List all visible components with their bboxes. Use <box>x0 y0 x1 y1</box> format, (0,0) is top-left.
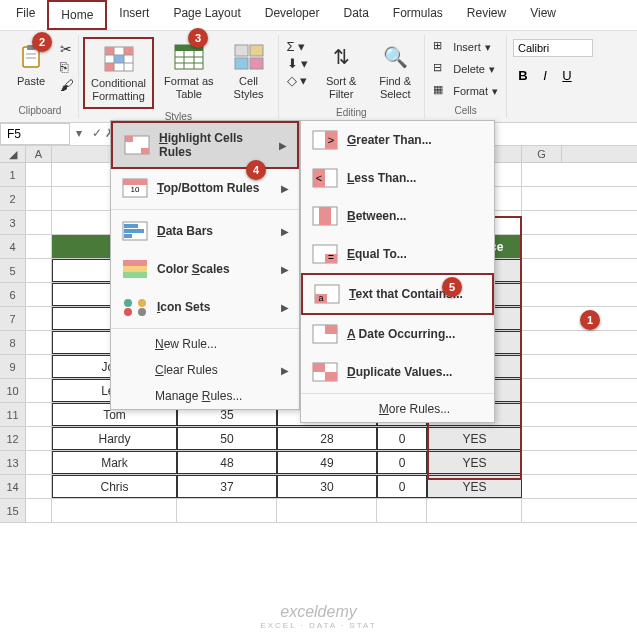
insert-cells-button[interactable]: ⊞Insert ▾ <box>429 37 502 57</box>
text-contains-icon: a <box>313 283 341 305</box>
svg-rect-55 <box>325 325 337 334</box>
badge-3: 3 <box>188 28 208 48</box>
svg-text:a: a <box>318 293 323 303</box>
menu-icon-sets[interactable]: Icon Sets ▶ <box>111 288 299 326</box>
ribbon-toolbar: Paste ✂ ⎘ 🖌 Clipboard Conditional Format… <box>0 31 637 123</box>
menu-text-contains[interactable]: a Text that Contains... <box>301 273 494 315</box>
tab-file[interactable]: File <box>4 0 47 30</box>
table-row: 14Chris37300YES <box>0 475 637 499</box>
table-row: 13Mark48490YES <box>0 451 637 475</box>
svg-rect-20 <box>250 45 263 56</box>
menu-top-bottom[interactable]: 10 Top/Bottom Rules ▶ <box>111 169 299 207</box>
svg-rect-47 <box>319 207 331 225</box>
menu-new-rule[interactable]: New Rule... <box>111 331 299 357</box>
tab-home[interactable]: Home <box>47 0 107 30</box>
svg-rect-33 <box>123 260 147 266</box>
tab-data[interactable]: Data <box>331 0 380 30</box>
cut-icon[interactable]: ✂ <box>60 41 74 57</box>
sort-filter-button[interactable]: ⇅ Sort & Filter <box>316 37 366 105</box>
svg-rect-30 <box>124 224 138 228</box>
format-cells-button[interactable]: ▦Format ▾ <box>429 81 502 101</box>
menu-equal-to[interactable]: = Equal To... <box>301 235 494 273</box>
col-G[interactable]: G <box>522 146 562 162</box>
svg-rect-25 <box>141 148 149 154</box>
menu-greater-than[interactable]: > Greater Than... <box>301 121 494 159</box>
table-row: 12Hardy50280YES <box>0 427 637 451</box>
svg-rect-35 <box>123 272 147 278</box>
chevron-right-icon: ▶ <box>281 365 289 376</box>
date-icon <box>311 323 339 345</box>
svg-text:=: = <box>328 252 334 263</box>
colorscales-icon <box>121 258 149 280</box>
svg-point-36 <box>124 299 132 307</box>
badge-4: 4 <box>246 160 266 180</box>
conditional-formatting-button[interactable]: Conditional Formatting <box>83 37 154 109</box>
between-icon <box>311 205 339 227</box>
tab-pagelayout[interactable]: Page Layout <box>161 0 252 30</box>
find-icon: 🔍 <box>379 41 411 73</box>
menu-color-scales[interactable]: Color Scales ▶ <box>111 250 299 288</box>
menu-clear-rules[interactable]: Clear Rules▶ <box>111 357 299 383</box>
group-editing: Σ ▾ ⬇ ▾ ◇ ▾ ⇅ Sort & Filter 🔍 Find & Sel… <box>279 35 426 118</box>
format-painter-icon[interactable]: 🖌 <box>60 77 74 93</box>
chevron-right-icon: ▶ <box>281 264 289 275</box>
table-row: 15 <box>0 499 637 523</box>
chevron-right-icon: ▶ <box>281 302 289 313</box>
tab-review[interactable]: Review <box>455 0 518 30</box>
iconsets-icon <box>121 296 149 318</box>
menu-date-occurring[interactable]: A Date Occurring... <box>301 315 494 353</box>
chevron-right-icon: ▶ <box>281 183 289 194</box>
less-than-icon: < <box>311 167 339 189</box>
format-as-table-button[interactable]: Format as Table <box>158 37 220 105</box>
copy-icon[interactable]: ⎘ <box>60 59 74 75</box>
svg-rect-7 <box>114 55 124 63</box>
svg-point-37 <box>138 299 146 307</box>
menu-between[interactable]: Between... <box>301 197 494 235</box>
fill-icon[interactable]: ⬇ ▾ <box>287 56 309 71</box>
svg-rect-21 <box>235 58 248 69</box>
group-styles: Conditional Formatting Format as Table C… <box>79 35 279 118</box>
italic-button[interactable]: I <box>535 65 555 85</box>
tab-insert[interactable]: Insert <box>107 0 161 30</box>
col-A[interactable]: A <box>26 146 52 162</box>
menu-data-bars[interactable]: Data Bars ▶ <box>111 212 299 250</box>
bold-button[interactable]: B <box>513 65 533 85</box>
svg-rect-22 <box>250 58 263 69</box>
menu-duplicate-values[interactable]: Duplicate Values... <box>301 353 494 391</box>
svg-rect-32 <box>124 234 132 238</box>
menu-less-than[interactable]: < Less Than... <box>301 159 494 197</box>
duplicate-icon <box>311 361 339 383</box>
highlight-cells-icon <box>123 134 151 156</box>
font-name-combo[interactable] <box>513 39 593 57</box>
menu-highlight-cells[interactable]: Highlight Cells Rules ▶ <box>111 121 299 169</box>
svg-rect-19 <box>235 45 248 56</box>
sort-icon: ⇅ <box>325 41 357 73</box>
menu-manage-rules[interactable]: Manage Rules... <box>111 383 299 409</box>
insert-icon: ⊞ <box>433 39 449 55</box>
svg-rect-24 <box>125 136 133 142</box>
badge-1: 1 <box>580 310 600 330</box>
group-cells: ⊞Insert ▾ ⊟Delete ▾ ▦Format ▾ Cells <box>425 35 507 118</box>
menu-more-rules[interactable]: More Rules... <box>301 396 494 422</box>
cell-styles-icon <box>233 41 265 73</box>
tab-developer[interactable]: Developer <box>253 0 332 30</box>
svg-rect-58 <box>325 372 337 381</box>
equal-icon: = <box>311 243 339 265</box>
tab-formulas[interactable]: Formulas <box>381 0 455 30</box>
svg-rect-31 <box>124 229 144 233</box>
tab-view[interactable]: View <box>518 0 568 30</box>
underline-button[interactable]: U <box>557 65 577 85</box>
topbottom-icon: 10 <box>121 177 149 199</box>
clear-icon[interactable]: ◇ ▾ <box>287 73 309 88</box>
greater-than-icon: > <box>311 129 339 151</box>
group-font: B I U <box>507 35 599 118</box>
find-select-button[interactable]: 🔍 Find & Select <box>370 37 420 105</box>
databars-icon <box>121 220 149 242</box>
autosum-icon[interactable]: Σ ▾ <box>287 39 309 54</box>
delete-cells-button[interactable]: ⊟Delete ▾ <box>429 59 502 79</box>
name-box[interactable] <box>0 123 70 145</box>
conditional-formatting-menu: Highlight Cells Rules ▶ 10 Top/Bottom Ru… <box>110 120 300 410</box>
format-icon: ▦ <box>433 83 449 99</box>
cell-styles-button[interactable]: Cell Styles <box>224 37 274 105</box>
svg-rect-2 <box>26 53 36 55</box>
